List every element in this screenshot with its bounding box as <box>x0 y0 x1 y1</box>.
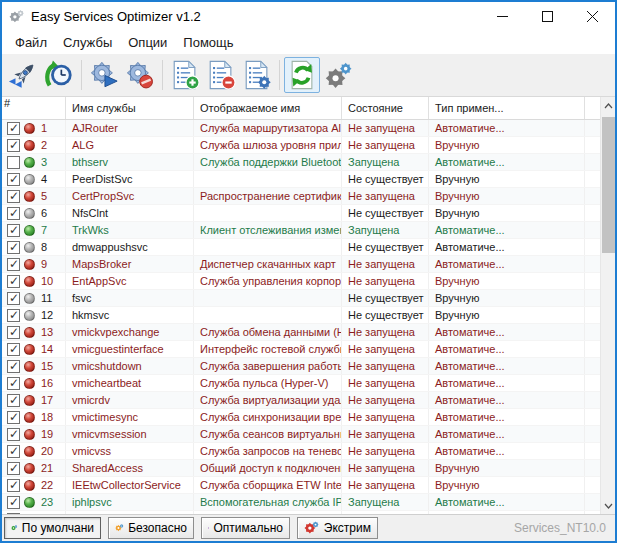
column-header-display-name[interactable]: Отображаемое имя <box>194 97 342 119</box>
cell-display-name: Вспомогательная служба IP <box>194 494 342 510</box>
column-header-startup-type[interactable]: Тип примен... <box>429 97 585 119</box>
table-row[interactable]: 18 vmictimesync Служба синхронизации вре… <box>2 409 600 426</box>
preset-extreme-button[interactable]: Экстрим <box>297 517 378 539</box>
menu-item-file[interactable]: Файл <box>7 32 55 53</box>
apply-services-button[interactable] <box>5 57 41 93</box>
menu-item-options[interactable]: Опции <box>120 32 175 53</box>
cell-service-name: IEEtwCollectorService <box>66 477 194 493</box>
table-row[interactable]: 5 CertPropSvc Распространение сертификат… <box>2 188 600 205</box>
cell-state: Запущена <box>342 494 429 510</box>
table-row[interactable]: 1 AJRouter Служба маршрутизатора AllJ...… <box>2 120 600 137</box>
row-checkbox[interactable] <box>7 428 20 441</box>
cell-startup-type: Автоматиче... <box>429 426 585 442</box>
table-row[interactable]: 9 MapsBroker Диспетчер скачанных карт Не… <box>2 256 600 273</box>
stop-service-button[interactable] <box>122 57 158 93</box>
cell-display-name: Интерфейс гостевой службы ... <box>194 341 342 357</box>
row-selector-cell: 12 <box>2 307 66 323</box>
start-service-button[interactable] <box>86 57 122 93</box>
add-service-button[interactable] <box>167 57 203 93</box>
row-checkbox[interactable] <box>7 292 20 305</box>
close-button[interactable] <box>570 2 615 30</box>
row-checkbox[interactable] <box>7 258 20 271</box>
row-selector-cell: 1 <box>2 120 66 136</box>
row-checkbox[interactable] <box>7 496 20 509</box>
table-row[interactable]: 4 PeerDistSvc Не существует Вручную <box>2 171 600 188</box>
remove-service-button[interactable] <box>203 57 239 93</box>
column-header-number[interactable]: # <box>2 97 66 119</box>
row-checkbox[interactable] <box>7 156 20 169</box>
cell-state: Запущена <box>342 154 429 170</box>
row-checkbox[interactable] <box>7 275 20 288</box>
table-row[interactable]: 8 dmwappushsvc Не существует Автоматиче.… <box>2 239 600 256</box>
table-row[interactable]: 16 vmicheartbeat Служба пульса (Hyper-V)… <box>2 375 600 392</box>
table-row[interactable]: 10 EntAppSvc Служба управления корпора..… <box>2 273 600 290</box>
menu-item-help[interactable]: Помощь <box>175 32 241 53</box>
scrollbar-thumb[interactable] <box>602 117 615 253</box>
row-checkbox[interactable] <box>7 445 20 458</box>
row-checkbox[interactable] <box>7 394 20 407</box>
table-row[interactable]: 3 bthserv Служба поддержки Bluetooth Зап… <box>2 154 600 171</box>
row-checkbox[interactable] <box>7 377 20 390</box>
preset-optimal-button[interactable]: Оптимально <box>201 517 290 539</box>
scroll-up-button[interactable] <box>601 97 615 114</box>
table-row[interactable]: 7 TrkWks Клиент отслеживания измени... З… <box>2 222 600 239</box>
status-dot-icon <box>24 327 35 338</box>
table-row[interactable] <box>2 511 600 514</box>
row-selector-cell: 7 <box>2 222 66 238</box>
vertical-scrollbar[interactable] <box>600 97 615 514</box>
table-row[interactable]: 13 vmickvpexchange Служба обмена данными… <box>2 324 600 341</box>
row-checkbox[interactable] <box>7 190 20 203</box>
cell-display-name <box>194 511 342 514</box>
row-checkbox[interactable] <box>7 122 20 135</box>
row-checkbox[interactable] <box>7 173 20 186</box>
table-row[interactable]: 15 vmicshutdown Служба завершения работы… <box>2 358 600 375</box>
maximize-button[interactable] <box>525 2 570 30</box>
minimize-button[interactable] <box>480 2 525 30</box>
row-checkbox[interactable] <box>7 343 20 356</box>
table-row[interactable]: 2 ALG Служба шлюза уровня прило... Не за… <box>2 137 600 154</box>
cell-state: Не запущена <box>342 341 429 357</box>
title-bar[interactable]: Easy Services Optimizer v1.2 <box>2 2 615 30</box>
row-checkbox[interactable] <box>7 462 20 475</box>
table-row[interactable]: 12 hkmsvc Не существует Вручную <box>2 307 600 324</box>
row-checkbox[interactable] <box>7 224 20 237</box>
table-row[interactable]: 6 NfsClnt Не существует Вручную <box>2 205 600 222</box>
row-checkbox[interactable] <box>7 207 20 220</box>
cell-display-name <box>194 290 342 306</box>
table-row[interactable]: 20 vmicvss Служба запросов на теневое ..… <box>2 443 600 460</box>
history-clock-icon <box>44 60 74 90</box>
scroll-down-button[interactable] <box>601 497 615 514</box>
refresh-list-button[interactable] <box>284 57 320 93</box>
table-row[interactable]: 22 IEEtwCollectorService Служба сборщика… <box>2 477 600 494</box>
table-row[interactable]: 17 vmicrdv Служба виртуализации удал... … <box>2 392 600 409</box>
preset-default-button[interactable]: По умолчани <box>4 517 101 539</box>
preset-safe-button[interactable]: Безопасно <box>108 517 194 539</box>
row-selector-cell: 13 <box>2 324 66 340</box>
cell-startup-type: Автоматиче... <box>429 375 585 391</box>
restore-backup-button[interactable] <box>41 57 77 93</box>
table-row[interactable]: 21 SharedAccess Общий доступ к подключен… <box>2 460 600 477</box>
row-checkbox[interactable] <box>7 479 20 492</box>
row-number: 20 <box>41 445 53 457</box>
row-checkbox[interactable] <box>7 139 20 152</box>
table-row[interactable]: 11 fsvc Не существует Вручную <box>2 290 600 307</box>
row-checkbox[interactable] <box>7 360 20 373</box>
column-header-service-name[interactable]: Имя службы <box>66 97 194 119</box>
rocket-icon <box>8 60 38 90</box>
row-number: 16 <box>41 377 53 389</box>
table-row[interactable]: 19 vmicvmsession Служба сеансов виртуаль… <box>2 426 600 443</box>
row-checkbox[interactable] <box>7 513 20 515</box>
row-checkbox[interactable] <box>7 411 20 424</box>
row-checkbox[interactable] <box>7 309 20 322</box>
row-checkbox[interactable] <box>7 326 20 339</box>
table-row[interactable]: 14 vmicguestinterface Интерфейс гостевой… <box>2 341 600 358</box>
menu-item-services[interactable]: Службы <box>55 32 120 53</box>
preset-optimal-label: Оптимально <box>213 521 283 535</box>
gears-purple-icon <box>208 520 209 536</box>
settings-button[interactable] <box>320 57 356 93</box>
row-checkbox[interactable] <box>7 241 20 254</box>
cell-display-name: Служба управления корпора... <box>194 273 342 289</box>
table-row[interactable]: 23 iphlpsvc Вспомогательная служба IP За… <box>2 494 600 511</box>
column-header-state[interactable]: Состояние <box>342 97 429 119</box>
edit-service-button[interactable] <box>239 57 275 93</box>
